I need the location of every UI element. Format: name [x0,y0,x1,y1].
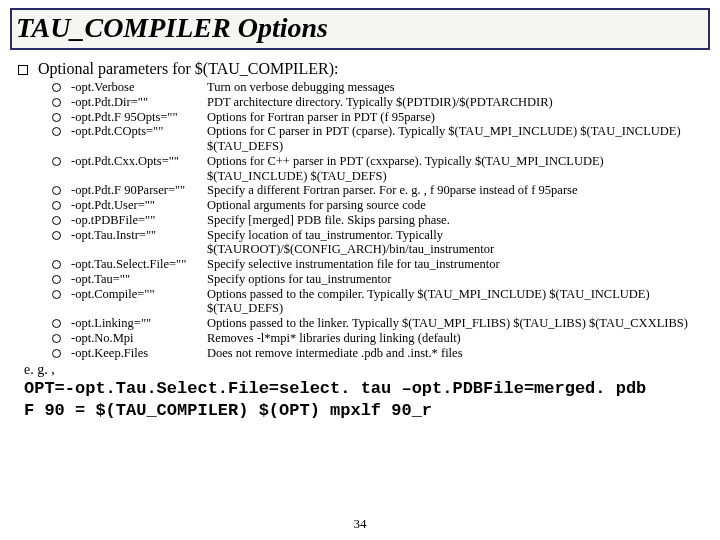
content-area: Optional parameters for $(TAU_COMPILER):… [0,50,720,421]
circle-bullet-icon [52,319,61,328]
option-name: -opt.Pdt.Cxx.Opts="" [71,154,207,169]
list-item: -opt.Pdt.Cxx.Opts=""Options for C++ pars… [52,154,702,184]
option-desc: Options for C++ parser in PDT (cxxparse)… [207,154,702,184]
example-line1: OPT=-opt.Tau.Select.File=select. tau –op… [24,378,702,399]
option-name: -opt.Pdt.COpts="" [71,124,207,139]
circle-bullet-icon [52,113,61,122]
circle-bullet-icon [52,157,61,166]
option-name: -opt.Pdt.User="" [71,198,207,213]
circle-bullet-icon [52,231,61,240]
list-item: -opt.Tau=""Specify options for tau_instr… [52,272,702,287]
option-desc: Turn on verbose debugging messages [207,80,702,95]
option-name: -opt.Pdt.F 95Opts="" [71,110,207,125]
option-desc: Does not remove intermediate .pdb and .i… [207,346,702,361]
option-desc: Options passed to the linker. Typically … [207,316,702,331]
circle-bullet-icon [52,260,61,269]
circle-bullet-icon [52,275,61,284]
example-line2: F 90 = $(TAU_COMPILER) $(OPT) mpxlf 90_r [24,400,702,421]
option-name: -opt.Pdt.F 90Parser="" [71,183,207,198]
option-desc: PDT architecture directory. Typically $(… [207,95,702,110]
list-item: -opt.Pdt.Dir=""PDT architecture director… [52,95,702,110]
option-desc: Specify options for tau_instrumentor [207,272,702,287]
list-item: -opt.Pdt.COpts=""Options for C parser in… [52,124,702,154]
option-name: -opt.Pdt.Dir="" [71,95,207,110]
list-item: -opt.No.MpiRemoves -l*mpi* libraries dur… [52,331,702,346]
option-desc: Options for C parser in PDT (cparse). Ty… [207,124,702,154]
option-name: -opt.Tau.Instr="" [71,228,207,243]
options-list: -opt.VerboseTurn on verbose debugging me… [52,80,702,360]
list-item: -opt.Pdt.User=""Optional arguments for p… [52,198,702,213]
option-desc: Options passed to the compiler. Typicall… [207,287,702,317]
circle-bullet-icon [52,216,61,225]
option-desc: Specify a different Fortran parser. For … [207,183,702,198]
option-desc: Specify selective instrumentation file f… [207,257,702,272]
title-bar: TAU_COMPILER Options [10,8,710,50]
list-item: -op.tPDBFile=""Specify [merged] PDB file… [52,213,702,228]
list-item: -opt.VerboseTurn on verbose debugging me… [52,80,702,95]
option-name: -opt.Verbose [71,80,207,95]
circle-bullet-icon [52,290,61,299]
option-name: -opt.No.Mpi [71,331,207,346]
example-intro: e. g. , [24,362,702,378]
option-desc: Options for Fortran parser in PDT (f 95p… [207,110,702,125]
list-item: -opt.Linking=""Options passed to the lin… [52,316,702,331]
option-name: -opt.Compile="" [71,287,207,302]
circle-bullet-icon [52,201,61,210]
list-item: -opt.Compile=""Options passed to the com… [52,287,702,317]
list-item: -opt.Keep.FilesDoes not remove intermedi… [52,346,702,361]
option-desc: Specify location of tau_instrumentor. Ty… [207,228,702,258]
circle-bullet-icon [52,186,61,195]
circle-bullet-icon [52,349,61,358]
list-item: -opt.Tau.Instr=""Specify location of tau… [52,228,702,258]
option-desc: Removes -l*mpi* libraries during linking… [207,331,702,346]
circle-bullet-icon [52,127,61,136]
square-bullet-icon [18,65,28,75]
circle-bullet-icon [52,334,61,343]
intro-bullet: Optional parameters for $(TAU_COMPILER): [18,60,702,78]
option-name: -opt.Linking="" [71,316,207,331]
list-item: -opt.Pdt.F 90Parser=""Specify a differen… [52,183,702,198]
option-desc: Optional arguments for parsing source co… [207,198,702,213]
option-name: -opt.Tau="" [71,272,207,287]
option-name: -op.tPDBFile="" [71,213,207,228]
list-item: -opt.Tau.Select.File=""Specify selective… [52,257,702,272]
option-desc: Specify [merged] PDB file. Skips parsing… [207,213,702,228]
page-number: 34 [0,516,720,532]
page-title: TAU_COMPILER Options [16,12,328,43]
circle-bullet-icon [52,98,61,107]
circle-bullet-icon [52,83,61,92]
list-item: -opt.Pdt.F 95Opts=""Options for Fortran … [52,110,702,125]
option-name: -opt.Tau.Select.File="" [71,257,207,272]
option-name: -opt.Keep.Files [71,346,207,361]
intro-text: Optional parameters for $(TAU_COMPILER): [38,60,338,78]
